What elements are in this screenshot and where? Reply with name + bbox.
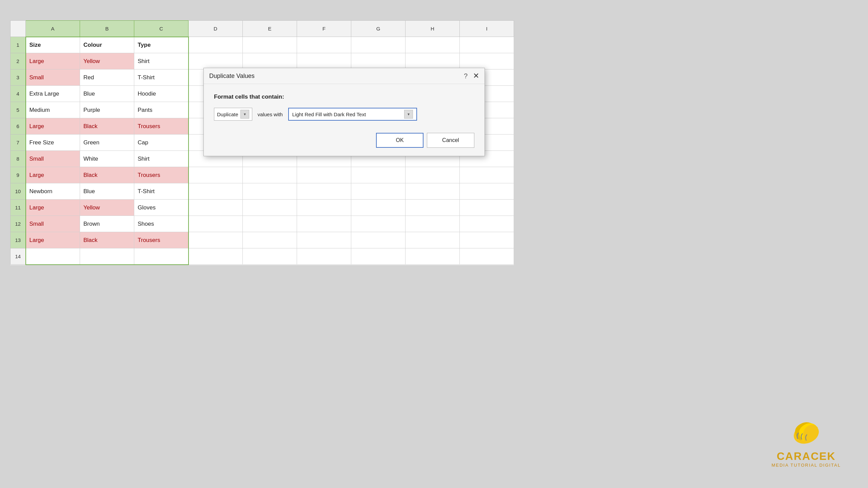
cell-extra[interactable] (189, 37, 243, 53)
col-header-c[interactable]: C (134, 21, 189, 37)
cell-14C[interactable] (134, 248, 189, 265)
cell-extra[interactable] (297, 232, 351, 248)
cell-extra[interactable] (297, 216, 351, 232)
cell-7B[interactable]: Green (80, 135, 134, 151)
cell-extra[interactable] (406, 248, 460, 265)
cell-2A[interactable]: Large (26, 53, 80, 69)
cell-4A[interactable]: Extra Large (26, 86, 80, 102)
cell-13C[interactable]: Trousers (134, 232, 189, 248)
close-button[interactable]: ✕ (473, 72, 479, 80)
cell-1B[interactable]: Colour (80, 37, 134, 53)
cell-extra[interactable] (351, 53, 406, 69)
cell-13B[interactable]: Black (80, 232, 134, 248)
cell-5B[interactable]: Purple (80, 102, 134, 118)
cell-extra[interactable] (189, 216, 243, 232)
cancel-button[interactable]: Cancel (427, 133, 474, 148)
cell-extra[interactable] (243, 232, 297, 248)
cell-extra[interactable] (351, 167, 406, 183)
cell-extra[interactable] (460, 216, 514, 232)
cell-extra[interactable] (406, 53, 460, 69)
cell-2C[interactable]: Shirt (134, 53, 189, 69)
cell-11A[interactable]: Large (26, 200, 80, 216)
cell-extra[interactable] (460, 248, 514, 265)
cell-extra[interactable] (189, 167, 243, 183)
col-header-h[interactable]: H (406, 21, 460, 37)
cell-12C[interactable]: Shoes (134, 216, 189, 232)
cell-8A[interactable]: Small (26, 151, 80, 167)
cell-9A[interactable]: Large (26, 167, 80, 183)
cell-3C[interactable]: T-Shirt (134, 69, 189, 86)
condition-dropdown[interactable]: Duplicate ▾ (214, 108, 252, 121)
cell-extra[interactable] (189, 53, 243, 69)
col-header-i[interactable]: I (460, 21, 514, 37)
cell-extra[interactable] (406, 216, 460, 232)
cell-extra[interactable] (351, 232, 406, 248)
cell-extra[interactable] (189, 248, 243, 265)
cell-1A[interactable]: Size (26, 37, 80, 53)
col-header-d[interactable]: D (189, 21, 243, 37)
col-header-b[interactable]: B (80, 21, 134, 37)
cell-extra[interactable] (460, 37, 514, 53)
cell-4B[interactable]: Blue (80, 86, 134, 102)
cell-extra[interactable] (460, 183, 514, 200)
cell-extra[interactable] (243, 200, 297, 216)
cell-extra[interactable] (351, 183, 406, 200)
cell-extra[interactable] (297, 183, 351, 200)
cell-3B[interactable]: Red (80, 69, 134, 86)
cell-extra[interactable] (297, 248, 351, 265)
cell-extra[interactable] (297, 200, 351, 216)
cell-extra[interactable] (351, 200, 406, 216)
cell-extra[interactable] (406, 232, 460, 248)
cell-extra[interactable] (460, 167, 514, 183)
cell-extra[interactable] (189, 183, 243, 200)
cell-14B[interactable] (80, 248, 134, 265)
cell-7A[interactable]: Free Size (26, 135, 80, 151)
cell-12B[interactable]: Brown (80, 216, 134, 232)
cell-11C[interactable]: Gloves (134, 200, 189, 216)
cell-extra[interactable] (406, 167, 460, 183)
col-header-f[interactable]: F (297, 21, 351, 37)
format-dropdown-arrow[interactable]: ▾ (404, 110, 413, 119)
cell-6B[interactable]: Black (80, 118, 134, 135)
cell-extra[interactable] (189, 200, 243, 216)
cell-8C[interactable]: Shirt (134, 151, 189, 167)
cell-9C[interactable]: Trousers (134, 167, 189, 183)
cell-12A[interactable]: Small (26, 216, 80, 232)
ok-button[interactable]: OK (376, 133, 423, 148)
format-dropdown[interactable]: Light Red Fill with Dark Red Text ▾ (288, 108, 417, 121)
cell-extra[interactable] (460, 53, 514, 69)
cell-13A[interactable]: Large (26, 232, 80, 248)
cell-extra[interactable] (243, 248, 297, 265)
cell-extra[interactable] (406, 200, 460, 216)
cell-extra[interactable] (189, 232, 243, 248)
cell-extra[interactable] (460, 232, 514, 248)
cell-1C[interactable]: Type (134, 37, 189, 53)
cell-9B[interactable]: Black (80, 167, 134, 183)
cell-3A[interactable]: Small (26, 69, 80, 86)
cell-5C[interactable]: Pants (134, 102, 189, 118)
cell-6A[interactable]: Large (26, 118, 80, 135)
cell-extra[interactable] (351, 37, 406, 53)
cell-extra[interactable] (406, 37, 460, 53)
condition-dropdown-arrow[interactable]: ▾ (240, 110, 249, 119)
cell-extra[interactable] (243, 183, 297, 200)
cell-extra[interactable] (243, 167, 297, 183)
cell-10B[interactable]: Blue (80, 183, 134, 200)
cell-14A[interactable] (26, 248, 80, 265)
cell-7C[interactable]: Cap (134, 135, 189, 151)
col-header-e[interactable]: E (243, 21, 297, 37)
cell-extra[interactable] (297, 167, 351, 183)
cell-extra[interactable] (243, 53, 297, 69)
cell-10A[interactable]: Newborn (26, 183, 80, 200)
cell-extra[interactable] (297, 37, 351, 53)
cell-extra[interactable] (351, 216, 406, 232)
cell-extra[interactable] (351, 248, 406, 265)
cell-extra[interactable] (243, 216, 297, 232)
cell-5A[interactable]: Medium (26, 102, 80, 118)
cell-extra[interactable] (243, 37, 297, 53)
col-header-a[interactable]: A (26, 21, 80, 37)
cell-4C[interactable]: Hoodie (134, 86, 189, 102)
col-header-g[interactable]: G (351, 21, 406, 37)
cell-extra[interactable] (460, 200, 514, 216)
help-button[interactable]: ? (464, 72, 468, 80)
